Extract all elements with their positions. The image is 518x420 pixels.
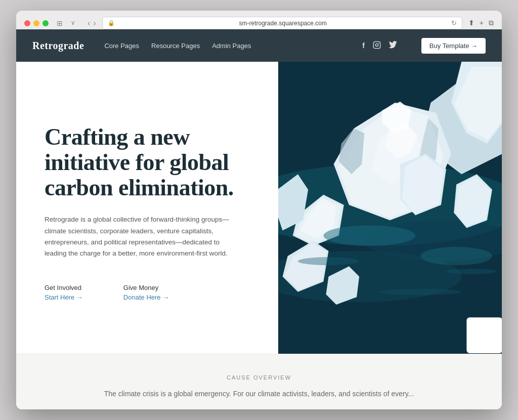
share-icon[interactable]: ⬆ [468, 19, 474, 27]
close-button[interactable] [24, 20, 30, 26]
svg-point-27 [446, 269, 497, 274]
cta-give-money: Give Money Donate Here → [123, 284, 169, 301]
cause-teaser-text: The climate crisis is a global emergency… [45, 389, 473, 399]
hero-section: Crafting a new initiative for global car… [16, 62, 502, 353]
browser-chrome: ⊞ ∨ ‹ › 🔒 sm-retrograde.squarespace.com … [16, 11, 502, 29]
lock-icon: 🔒 [108, 20, 115, 26]
cta1-label: Get Involved [45, 284, 83, 291]
browser-window: ⊞ ∨ ‹ › 🔒 sm-retrograde.squarespace.com … [16, 11, 502, 409]
svg-point-2 [378, 43, 379, 44]
bottom-teaser: Cause Overview The climate crisis is a g… [16, 354, 502, 409]
fullscreen-button[interactable] [42, 20, 49, 26]
minimize-button[interactable] [33, 20, 39, 26]
hero-image [278, 62, 502, 353]
nav-link-core-pages[interactable]: Core Pages [104, 42, 139, 50]
traffic-lights [24, 20, 49, 26]
hero-ctas: Get Involved Start Here → Give Money Don… [45, 284, 254, 301]
cta-get-involved: Get Involved Start Here → [45, 284, 83, 301]
cta1-link[interactable]: Start Here → [45, 293, 83, 301]
address-bar[interactable]: 🔒 sm-retrograde.squarespace.com ↻ [102, 17, 462, 29]
svg-point-26 [380, 289, 462, 295]
hero-title: Crafting a new initiative for global car… [45, 124, 254, 200]
nav-social: f [362, 41, 397, 51]
forward-button[interactable]: › [93, 19, 96, 28]
instagram-icon[interactable] [373, 41, 381, 51]
nav-link-resource-pages[interactable]: Resource Pages [151, 42, 200, 50]
buy-template-button[interactable]: Buy Template → [421, 38, 486, 54]
site-logo[interactable]: Retrograde [32, 40, 84, 52]
cause-overview-label: Cause Overview [45, 374, 473, 381]
url-text: sm-retrograde.squarespace.com [118, 20, 448, 27]
svg-point-28 [324, 226, 416, 246]
svg-point-1 [375, 44, 378, 46]
cta2-link[interactable]: Donate Here → [123, 293, 169, 301]
reload-button[interactable]: ↻ [451, 19, 457, 27]
back-button[interactable]: ‹ [88, 19, 90, 28]
hero-content: Crafting a new initiative for global car… [16, 62, 278, 353]
facebook-icon[interactable]: f [362, 41, 365, 50]
hero-description: Retrograde is a global collective of for… [45, 214, 237, 259]
svg-point-25 [298, 258, 359, 266]
svg-rect-34 [467, 318, 502, 354]
sidebar-icon[interactable]: ⊞ [55, 18, 65, 28]
site-nav: Retrograde Core Pages Resource Pages Adm… [16, 29, 502, 62]
svg-rect-0 [373, 41, 380, 48]
svg-point-29 [421, 247, 492, 265]
chevron-down-icon[interactable]: ∨ [69, 18, 77, 28]
nav-link-admin-pages[interactable]: Admin Pages [212, 42, 251, 50]
tabs-icon[interactable]: ⧉ [489, 19, 494, 27]
nav-links: Core Pages Resource Pages Admin Pages [104, 42, 346, 50]
new-tab-icon[interactable]: + [480, 19, 484, 27]
twitter-icon[interactable] [389, 41, 397, 51]
website-content: Retrograde Core Pages Resource Pages Adm… [16, 29, 502, 409]
cta2-label: Give Money [123, 284, 169, 291]
